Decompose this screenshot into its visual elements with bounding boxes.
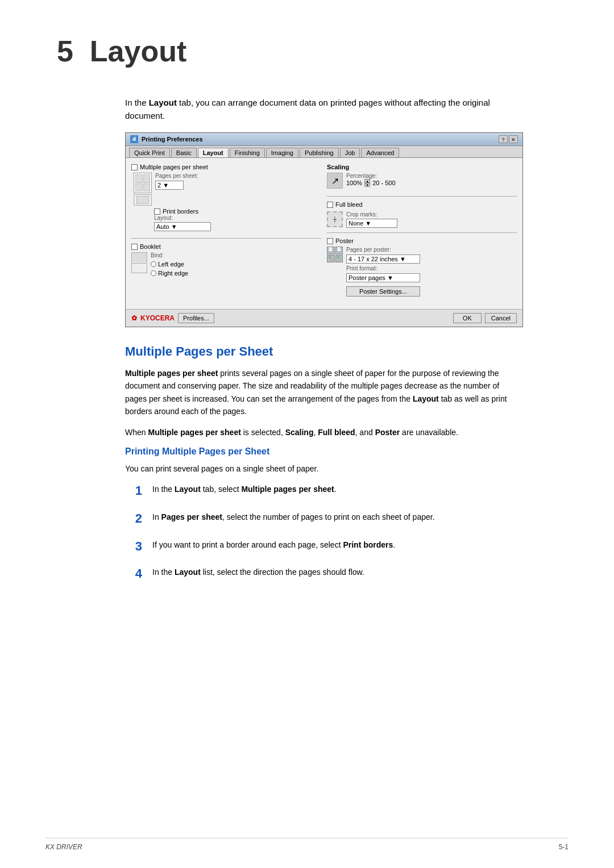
step-list: 1 In the Layout tab, select Multiple pag… xyxy=(125,483,523,582)
poster-icon: 📄 📄 🔧 🔧 xyxy=(327,247,343,262)
multiple-pages-checkbox-row[interactable]: Multiple pages per sheet xyxy=(131,164,321,170)
pages-settings: Pages per sheet: 2 ▼ xyxy=(155,173,198,190)
scaling-settings: Percentage: 100% ▲ ▼ 20 - 500 xyxy=(346,173,396,189)
multiple-pages-checkbox[interactable] xyxy=(131,164,138,170)
dialog-right-column: Scaling ↗ Percentage: 100% ▲ ▼ 20 xyxy=(327,164,517,303)
full-bleed-label: Full bleed xyxy=(335,201,363,208)
help-button[interactable]: ? xyxy=(499,135,508,143)
poster-checkbox-row[interactable]: Poster xyxy=(327,237,517,244)
chapter-heading: 5 Layout xyxy=(45,34,569,68)
crop-area: ┼ Crop marks: None ▼ xyxy=(327,211,517,228)
poster-settings: Pages per poster: 4 - 17 x 22 inches ▼ P… xyxy=(346,247,420,297)
subsection-heading: Printing Multiple Pages per Sheet xyxy=(45,446,569,457)
layout-label: Layout: xyxy=(154,215,321,221)
pages-per-sheet-dropdown[interactable]: 2 ▼ xyxy=(155,181,184,190)
booklet-checkbox-row[interactable]: Booklet xyxy=(131,243,321,250)
icon-cell-1 xyxy=(135,174,143,183)
footer-left-text: KX DRIVER xyxy=(45,843,82,851)
dialog-titlebar: 🖨 Printing Preferences ? ✕ xyxy=(126,133,522,146)
full-bleed-checkbox[interactable] xyxy=(327,202,333,208)
footer-right-text: 5-1 xyxy=(559,843,569,851)
tab-advanced[interactable]: Advanced xyxy=(361,148,399,157)
divider-2 xyxy=(327,196,517,197)
layout-dropdown[interactable]: Auto ▼ xyxy=(154,222,211,231)
footer-buttons[interactable]: OK Cancel xyxy=(453,313,517,323)
step-text-3: If you want to print a border around eac… xyxy=(152,539,523,551)
pages-icon-area: Pages per sheet: 2 ▼ xyxy=(134,173,321,206)
poster-cell-1: 📄 xyxy=(327,247,335,254)
pages-per-sheet-dropdown-row[interactable]: 2 ▼ xyxy=(155,181,198,190)
booklet-label: Booklet xyxy=(140,243,161,250)
right-edge-row[interactable]: Right edge xyxy=(151,270,188,277)
dialog-controls[interactable]: ? ✕ xyxy=(499,135,518,143)
step-text-1: In the Layout tab, select Multiple pages… xyxy=(152,483,523,495)
poster-checkbox[interactable] xyxy=(327,238,333,244)
percentage-spinbox[interactable]: ▲ ▼ xyxy=(364,179,370,187)
profiles-button[interactable]: Profiles... xyxy=(178,313,214,323)
scaling-icon: ↗ xyxy=(327,173,343,189)
pages-per-poster-label: Pages per poster: xyxy=(346,247,420,253)
crop-marks-dropdown[interactable]: None ▼ xyxy=(346,219,397,228)
right-edge-label: Right edge xyxy=(158,270,188,277)
poster-cell-3: 🔧 xyxy=(327,255,335,263)
layout-dropdown-row[interactable]: Auto ▼ xyxy=(154,222,321,231)
ok-button[interactable]: OK xyxy=(453,313,482,323)
poster-area: 📄 📄 🔧 🔧 Pages per poster: 4 - 17 x 22 in… xyxy=(327,247,517,297)
full-bleed-row[interactable]: Full bleed xyxy=(327,201,517,208)
cancel-button[interactable]: Cancel xyxy=(485,313,517,323)
tab-job[interactable]: Job xyxy=(340,148,360,157)
tab-quick-print[interactable]: Quick Print xyxy=(129,148,170,157)
booklet-section: Booklet Bind: Left edge xyxy=(131,243,321,277)
tab-finishing[interactable]: Finishing xyxy=(230,148,265,157)
poster-settings-button[interactable]: Poster Settings... xyxy=(346,286,420,297)
tab-publishing[interactable]: Publishing xyxy=(300,148,339,157)
scaling-section: Scaling ↗ Percentage: 100% ▲ ▼ 20 xyxy=(327,164,517,189)
percentage-row[interactable]: 100% ▲ ▼ 20 - 500 xyxy=(346,179,396,187)
left-edge-radio[interactable] xyxy=(151,261,156,267)
booklet-icon-top xyxy=(131,252,147,262)
icon-cell-4 xyxy=(143,183,151,192)
poster-section: Poster 📄 📄 🔧 🔧 Pages per poster: 4 xyxy=(327,237,517,297)
icon-cell-3 xyxy=(135,183,143,192)
percentage-value: 100% xyxy=(346,180,362,186)
step-item-2: 2 In Pages per sheet, select the number … xyxy=(125,511,523,527)
booklet-options: Bind: Left edge Right edge xyxy=(151,252,188,277)
scaling-label: Scaling xyxy=(327,164,517,170)
dialog-tabs[interactable]: Quick Print Basic Layout Finishing Imagi… xyxy=(126,146,522,158)
step-number-2: 2 xyxy=(125,511,142,527)
step-item-3: 3 If you want to print a border around e… xyxy=(125,539,523,555)
intro-text: In the Layout tab, you can arrange docum… xyxy=(45,97,569,122)
tab-basic[interactable]: Basic xyxy=(171,148,197,157)
step-number-4: 4 xyxy=(125,566,142,582)
print-format-dropdown[interactable]: Poster pages ▼ xyxy=(346,273,420,282)
spin-up[interactable]: ▲ xyxy=(364,179,370,183)
print-borders-checkbox[interactable] xyxy=(154,208,160,215)
kyocera-brand-name: KYOCERA xyxy=(140,314,175,322)
section-para-1: Multiple pages per sheet prints several … xyxy=(125,367,523,418)
print-borders-label: Print borders xyxy=(163,208,198,215)
chapter-number: 5 xyxy=(57,35,73,68)
crop-icon: ┼ xyxy=(327,211,343,227)
booklet-checkbox[interactable] xyxy=(131,244,138,250)
pages-per-poster-dropdown[interactable]: 4 - 17 x 22 inches ▼ xyxy=(346,254,420,264)
subsection-intro: You can print several pages on a single … xyxy=(125,462,523,475)
section-body: Multiple pages per sheet prints several … xyxy=(45,367,569,439)
tab-layout[interactable]: Layout xyxy=(198,148,229,157)
page: 5 Layout In the Layout tab, you can arra… xyxy=(0,0,614,628)
poster-label: Poster xyxy=(335,237,354,244)
booklet-icon-bot xyxy=(131,263,147,273)
dialog-app-icon: 🖨 xyxy=(130,135,138,143)
right-edge-radio[interactable] xyxy=(151,270,156,276)
close-button[interactable]: ✕ xyxy=(509,135,518,143)
printing-preferences-dialog: 🖨 Printing Preferences ? ✕ Quick Print B… xyxy=(125,132,523,327)
step-item-4: 4 In the Layout list, select the directi… xyxy=(125,566,523,582)
step-text-4: In the Layout list, select the direction… xyxy=(152,566,523,578)
spin-down[interactable]: ▼ xyxy=(364,183,370,187)
chapter-title: Layout xyxy=(90,35,186,68)
multiple-pages-section: Multiple pages per sheet xyxy=(131,164,321,231)
tab-imaging[interactable]: Imaging xyxy=(266,148,298,157)
left-edge-row[interactable]: Left edge xyxy=(151,261,188,268)
print-borders-row[interactable]: Print borders xyxy=(154,208,321,215)
kyocera-logo-icon: ✿ xyxy=(131,314,137,322)
percentage-range: 20 - 500 xyxy=(372,180,395,186)
